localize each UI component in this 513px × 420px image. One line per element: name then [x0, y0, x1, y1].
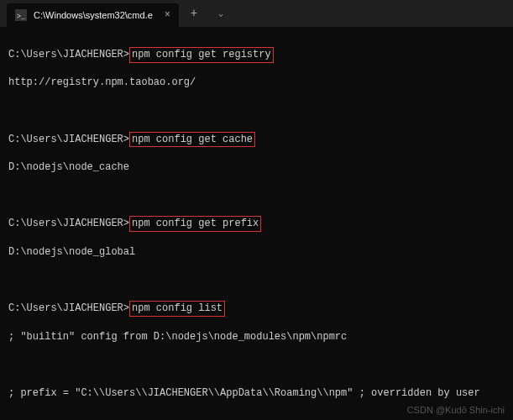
prompt: C:\Users\JIACHENGER> [8, 302, 129, 314]
output-line: ; prefix = "C:\\Users\\JIACHENGER\\AppDa… [8, 386, 505, 401]
prompt: C:\Users\JIACHENGER> [8, 134, 129, 145]
command-highlight: npm config list [129, 301, 225, 317]
command-highlight: npm config get registry [129, 47, 274, 63]
output-line: ; "builtin" config from D:\nodejs\node_m… [8, 330, 505, 344]
tab-close-button[interactable]: × [165, 9, 170, 21]
tab-active[interactable]: >_ C:\Windows\system32\cmd.e × [7, 3, 179, 27]
output-line: D:\nodejs\node_cache [8, 160, 505, 175]
watermark: CSDN @Kudō Shin-ichi [407, 405, 505, 415]
svg-text:>_: >_ [17, 13, 26, 21]
command-highlight: npm config get prefix [129, 216, 261, 232]
tab-title: C:\Windows\system32\cmd.e [34, 10, 153, 20]
output-line: D:\nodejs\node_global [8, 245, 505, 260]
window-titlebar: >_ C:\Windows\system32\cmd.e × + ⌄ [0, 0, 513, 27]
prompt: C:\Users\JIACHENGER> [8, 49, 129, 60]
prompt: C:\Users\JIACHENGER> [8, 218, 129, 229]
terminal-output[interactable]: C:\Users\JIACHENGER>npm config get regis… [0, 27, 513, 420]
cmd-icon: >_ [15, 9, 27, 21]
new-tab-button[interactable]: + [182, 2, 206, 25]
tab-dropdown-button[interactable]: ⌄ [209, 2, 233, 25]
command-highlight: npm config get cache [129, 132, 255, 148]
output-line: http://registry.npm.taobao.org/ [8, 76, 505, 90]
